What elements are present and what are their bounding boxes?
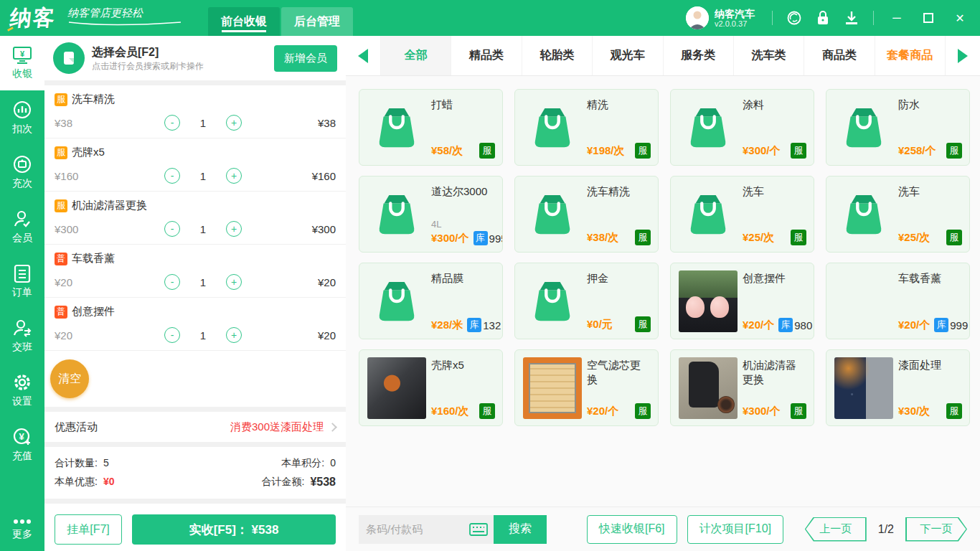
next-page-button[interactable]: 下一页 [905, 517, 967, 542]
qty-plus-button[interactable]: + [226, 327, 242, 343]
product-card[interactable]: 壳牌x5 ¥160/次 服 [359, 349, 503, 426]
product-card[interactable]: 机油滤清器更换 ¥300/个 服 [670, 349, 814, 426]
product-card[interactable]: 精洗 ¥198/次 服 [514, 89, 659, 166]
add-member-button[interactable]: 新增会员 [274, 45, 337, 72]
qty-minus-button[interactable]: - [164, 115, 180, 131]
product-name: 空气滤芯更换 [587, 358, 651, 387]
maximize-button[interactable] [913, 0, 944, 36]
product-price: ¥38/次 [587, 231, 618, 245]
tabs-scroll-right-button[interactable] [946, 36, 980, 75]
service-tag: 服 [635, 230, 651, 245]
qty-plus-button[interactable]: + [226, 115, 242, 131]
lock-icon[interactable] [809, 0, 837, 36]
tabs-scroll-left-button[interactable] [346, 36, 380, 75]
product-card[interactable]: 洗车精洗 ¥38/次 服 [514, 176, 659, 253]
promo-value[interactable]: 消费300送漆面处理 [230, 420, 324, 434]
search-input-wrap [359, 515, 494, 544]
product-card[interactable]: 打蜡 ¥58/次 服 [359, 89, 503, 166]
section-divider [44, 499, 346, 504]
cart-panel: 选择会员[F2] 点击进行会员搜索或刷卡操作 新增会员 服 洗车精洗 ¥38 -… [44, 36, 346, 551]
qty-minus-button[interactable]: - [164, 327, 180, 343]
cart-item: 普 车载香薰 ¥20 - 1 + ¥20 [44, 245, 346, 298]
section-divider [44, 80, 346, 85]
clear-cart-button[interactable]: 清空 [50, 359, 89, 398]
prev-page-button[interactable]: 上一页 [805, 517, 867, 542]
product-card[interactable]: 涂料 ¥300/个 服 [670, 89, 814, 166]
normal-badge: 普 [55, 306, 67, 319]
category-tab-service[interactable]: 服务类 [663, 36, 733, 75]
product-card[interactable]: 精品膜 ¥28/米 库 132 [359, 263, 503, 339]
cart-item: 服 机油滤清器更换 ¥300 - 1 + ¥300 [44, 192, 346, 245]
search-group: 搜索 [359, 515, 547, 544]
category-tab-package[interactable]: 套餐商品 [875, 36, 946, 75]
product-card[interactable]: 车载香薰 ¥20/个 库 999 [826, 263, 970, 339]
orders-clipboard-icon [13, 263, 32, 283]
qty-plus-button[interactable]: + [226, 168, 242, 184]
stock-count: 999 [950, 319, 968, 331]
product-price: ¥300/个 [743, 405, 781, 418]
product-photo [522, 357, 583, 419]
product-card[interactable]: 洗车 ¥25/次 服 [826, 176, 970, 253]
keyboard-icon[interactable] [469, 523, 488, 536]
qty-minus-button[interactable]: - [164, 221, 180, 237]
shopping-bag-icon [678, 96, 738, 159]
product-card[interactable]: 空气滤芯更换 ¥20/个 服 [514, 349, 659, 426]
promo-row[interactable]: 优惠活动 消费300送漆面处理 [44, 412, 346, 442]
qty-plus-button[interactable]: + [226, 274, 242, 290]
product-price: ¥300/个 [743, 144, 781, 158]
service-tag: 服 [479, 403, 495, 419]
avatar[interactable] [686, 6, 709, 29]
stock-info: 库 132 [467, 318, 501, 332]
sidebar-item-member[interactable]: 会员 [0, 199, 44, 254]
category-tab-boutique[interactable]: 精品类 [451, 36, 521, 75]
nav-tab-backend[interactable]: 后台管理 [281, 7, 353, 36]
sidebar-item-recharge[interactable]: ¥ 充值 [0, 418, 44, 472]
member-select-row[interactable]: 选择会员[F2] 点击进行会员搜索或刷卡操作 新增会员 [44, 36, 346, 80]
search-button[interactable]: 搜索 [494, 515, 547, 544]
quick-cashier-button[interactable]: 快速收银[F6] [587, 515, 677, 544]
category-tab-tires[interactable]: 轮胎类 [522, 36, 592, 75]
cart-item-qty: 1 [196, 276, 210, 288]
sidebar-item-shift[interactable]: 交班 [0, 309, 44, 363]
hold-order-button[interactable]: 挂单[F7] [55, 514, 122, 545]
sidebar-item-settings[interactable]: 设置 [0, 363, 44, 418]
product-card[interactable]: 漆面处理 ¥30/次 服 [826, 349, 970, 426]
product-card[interactable]: 创意摆件 ¥20/个 库 980 [670, 263, 814, 339]
category-tab-sightseeing[interactable]: 观光车 [592, 36, 662, 75]
product-price: ¥0/元 [587, 318, 613, 331]
sidebar-item-more[interactable]: 更多 [0, 508, 44, 551]
window-controls: ─ ✕ [881, 0, 976, 36]
qty-minus-button[interactable]: - [164, 168, 180, 184]
download-icon[interactable] [837, 0, 866, 36]
product-card[interactable]: 道达尔3000 4L ¥300/个 库 995 [359, 176, 503, 253]
sidebar-item-orders[interactable]: 订单 [0, 254, 44, 309]
more-dots-icon [12, 518, 32, 525]
product-card[interactable]: 押金 ¥0/元 服 [514, 263, 659, 339]
chart-circle-icon [12, 100, 32, 120]
count-item-button[interactable]: 计次项目[F10] [687, 515, 783, 544]
product-name: 涂料 [743, 98, 806, 112]
close-button[interactable]: ✕ [944, 0, 976, 36]
sidebar-item-recharge-times[interactable]: 充次 [0, 145, 44, 199]
barcode-search-input[interactable] [359, 523, 469, 535]
customer-service-icon[interactable] [780, 0, 809, 36]
member-person-icon [12, 209, 32, 229]
sidebar-item-cashier[interactable]: ¥ 收银 [0, 36, 44, 90]
stock-count: 995 [489, 232, 503, 245]
divider [772, 11, 773, 25]
checkout-button[interactable]: 实收[F5]： ¥538 [132, 514, 336, 545]
normal-badge: 普 [55, 253, 67, 265]
service-tag: 服 [946, 230, 962, 245]
qty-plus-button[interactable]: + [226, 221, 242, 237]
product-card[interactable]: 洗车 ¥25/次 服 [670, 176, 814, 253]
shopping-bag-icon [522, 96, 583, 159]
stock-count: 132 [483, 319, 501, 331]
sidebar-item-deduct-times[interactable]: 扣次 [0, 90, 44, 145]
qty-minus-button[interactable]: - [164, 274, 180, 290]
category-tab-goods[interactable]: 商品类 [804, 36, 874, 75]
product-card[interactable]: 防水 ¥258/个 服 [826, 89, 970, 166]
nav-tab-front-cashier[interactable]: 前台收银 [208, 7, 280, 36]
category-tab-all[interactable]: 全部 [380, 36, 451, 75]
minimize-button[interactable]: ─ [881, 0, 913, 36]
category-tab-carwash[interactable]: 洗车类 [733, 36, 804, 75]
